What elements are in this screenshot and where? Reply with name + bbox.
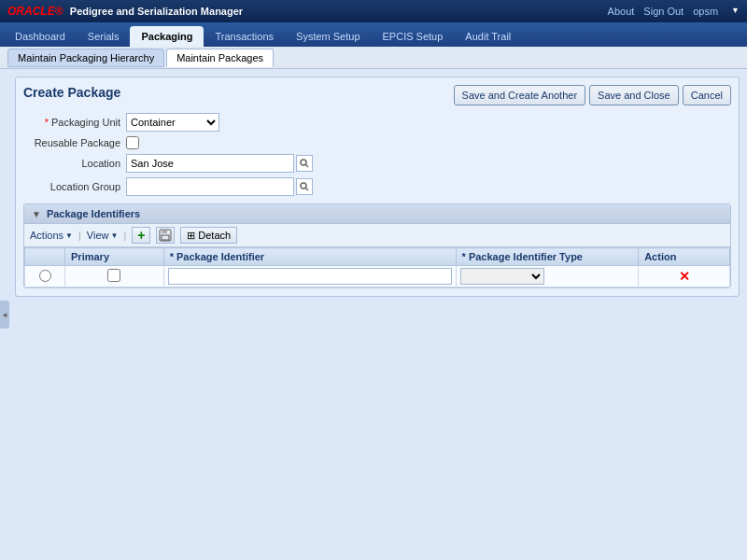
primary-checkbox[interactable] bbox=[107, 269, 120, 282]
page-title: Create Package bbox=[23, 85, 120, 105]
pkg-type-select[interactable] bbox=[460, 268, 544, 285]
pkg-identifier-cell bbox=[163, 266, 456, 287]
nav-tab-audittrail[interactable]: Audit Trail bbox=[454, 26, 522, 47]
header-title: Pedigree and Serialization Manager bbox=[70, 6, 243, 17]
col-pkg-identifier: * Package Identifier bbox=[163, 248, 456, 266]
location-input[interactable] bbox=[126, 154, 294, 173]
side-collapse-handle[interactable]: ◄ bbox=[0, 301, 9, 329]
table-row: ✕ bbox=[25, 266, 730, 287]
location-label: Location bbox=[23, 158, 126, 169]
view-menu[interactable]: View ▼ bbox=[87, 230, 119, 241]
form-buttons: Save and Create Another Save and Close C… bbox=[454, 85, 731, 105]
table-toolbar: Actions ▼ | View ▼ | + bbox=[24, 224, 730, 247]
package-identifiers-section: ▼ Package Identifiers Actions ▼ | View ▼… bbox=[23, 203, 731, 288]
location-group-row: Location Group bbox=[23, 177, 731, 196]
svg-rect-5 bbox=[162, 230, 167, 233]
save-create-button[interactable]: Save and Create Another bbox=[454, 85, 586, 105]
detach-button[interactable]: ⊞ Detach bbox=[180, 227, 237, 244]
nav-tab-dashboard[interactable]: Dashboard bbox=[4, 26, 77, 47]
header: ORACLE® Pedigree and Serialization Manag… bbox=[0, 0, 747, 22]
search-icon bbox=[300, 159, 309, 168]
cancel-button[interactable]: Cancel bbox=[683, 85, 731, 105]
action-cell: ✕ bbox=[639, 266, 730, 287]
scroll-indicator: ▼ bbox=[731, 6, 740, 17]
packaging-unit-label: * Packaging Unit bbox=[23, 117, 126, 128]
save-icon bbox=[159, 229, 172, 242]
reusable-row: Reusable Package bbox=[23, 136, 731, 149]
detach-icon: ⊞ bbox=[187, 230, 195, 242]
pkg-identifier-input[interactable] bbox=[168, 268, 452, 285]
reusable-checkbox[interactable] bbox=[126, 136, 139, 149]
nav-tab-serials[interactable]: Serials bbox=[77, 26, 131, 47]
form-header: Create Package Save and Create Another S… bbox=[23, 85, 731, 105]
location-search-button[interactable] bbox=[296, 155, 313, 172]
view-label: View bbox=[87, 230, 109, 241]
toolbar-separator-2: | bbox=[123, 230, 126, 241]
save-close-button[interactable]: Save and Close bbox=[589, 85, 679, 105]
row-select-cell bbox=[25, 266, 65, 287]
pkg-id-header[interactable]: ▼ Package Identifiers bbox=[24, 204, 730, 224]
actions-arrow-icon: ▼ bbox=[65, 231, 73, 240]
form-container: Create Package Save and Create Another S… bbox=[15, 77, 740, 297]
svg-point-2 bbox=[301, 183, 306, 189]
oracle-logo: ORACLE® Pedigree and Serialization Manag… bbox=[7, 5, 243, 18]
svg-line-3 bbox=[306, 189, 309, 191]
col-select bbox=[25, 248, 65, 266]
packaging-unit-select[interactable]: Container bbox=[126, 113, 219, 132]
nav-tab-transactions[interactable]: Transactions bbox=[204, 26, 285, 47]
pkg-id-header-text: Package Identifiers bbox=[47, 208, 140, 219]
col-action: Action bbox=[639, 248, 730, 266]
oracle-text: ORACLE bbox=[7, 5, 55, 18]
detach-label: Detach bbox=[198, 230, 231, 241]
actions-menu[interactable]: Actions ▼ bbox=[30, 230, 73, 241]
about-link[interactable]: About bbox=[608, 6, 635, 17]
location-row: Location bbox=[23, 154, 731, 173]
collapse-icon: ▼ bbox=[32, 209, 41, 219]
svg-point-0 bbox=[301, 160, 306, 165]
col-primary: Primary bbox=[65, 248, 164, 266]
package-identifiers-table: Primary * Package Identifier * Package I… bbox=[24, 247, 730, 287]
subnav: Maintain Packaging Hierarchy Maintain Pa… bbox=[0, 47, 747, 69]
view-arrow-icon: ▼ bbox=[111, 231, 119, 240]
nav-tab-epcissetup[interactable]: EPCIS Setup bbox=[372, 26, 455, 47]
signout-link[interactable]: Sign Out bbox=[643, 6, 684, 17]
packaging-unit-row: * Packaging Unit Container bbox=[23, 113, 731, 132]
svg-rect-6 bbox=[162, 235, 169, 240]
subtab-packages[interactable]: Maintain Packages bbox=[166, 49, 274, 67]
header-logo: ORACLE® Pedigree and Serialization Manag… bbox=[7, 5, 243, 18]
opsm-link[interactable]: opsm bbox=[693, 6, 718, 17]
svg-line-1 bbox=[306, 165, 309, 168]
save-row-button[interactable] bbox=[156, 227, 175, 244]
pkg-type-cell bbox=[456, 266, 639, 287]
location-group-label: Location Group bbox=[23, 181, 126, 192]
row-radio[interactable] bbox=[39, 270, 51, 282]
nav-tab-packaging[interactable]: Packaging bbox=[130, 26, 204, 47]
location-group-input[interactable] bbox=[126, 177, 294, 196]
col-pkg-type: * Package Identifier Type bbox=[456, 248, 639, 266]
delete-row-button[interactable]: ✕ bbox=[679, 269, 690, 284]
nav-tab-systemsetup[interactable]: System Setup bbox=[285, 26, 371, 47]
header-links: About Sign Out opsm ▼ bbox=[608, 6, 740, 17]
primary-cell bbox=[65, 266, 164, 287]
location-group-search-button[interactable] bbox=[296, 178, 313, 195]
page-title-text: Create Package bbox=[23, 85, 120, 100]
toolbar-separator-1: | bbox=[78, 230, 81, 241]
main-content: ◄ Create Package Save and Create Another… bbox=[0, 69, 747, 560]
add-row-button[interactable]: + bbox=[132, 227, 150, 244]
navbar: Dashboard Serials Packaging Transactions… bbox=[0, 22, 747, 47]
subtab-hierarchy[interactable]: Maintain Packaging Hierarchy bbox=[7, 49, 164, 67]
reusable-label: Reusable Package bbox=[23, 137, 126, 148]
search-icon-2 bbox=[300, 182, 309, 191]
actions-label: Actions bbox=[30, 230, 63, 241]
table-header-row: Primary * Package Identifier * Package I… bbox=[25, 248, 730, 266]
